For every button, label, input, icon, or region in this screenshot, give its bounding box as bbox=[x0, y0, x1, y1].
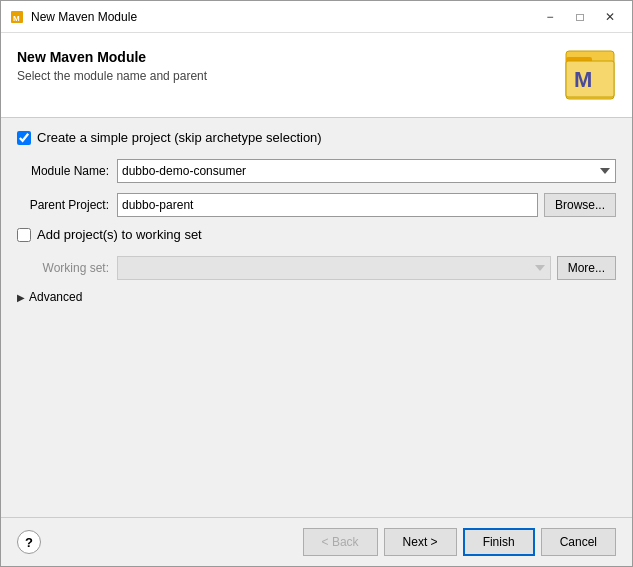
svg-text:M: M bbox=[13, 14, 20, 23]
working-set-row: Add project(s) to working set bbox=[17, 227, 616, 242]
page-title: New Maven Module bbox=[17, 49, 554, 65]
form-section: Create a simple project (skip archetype … bbox=[1, 118, 632, 517]
next-button[interactable]: Next > bbox=[384, 528, 457, 556]
module-name-label: Module Name: bbox=[17, 164, 117, 178]
simple-project-row: Create a simple project (skip archetype … bbox=[17, 130, 616, 145]
maximize-button[interactable]: □ bbox=[566, 6, 594, 28]
page-subtitle: Select the module name and parent bbox=[17, 69, 554, 83]
simple-project-checkbox[interactable] bbox=[17, 131, 31, 145]
window-title: New Maven Module bbox=[31, 10, 536, 24]
parent-project-input[interactable] bbox=[117, 193, 538, 217]
maven-logo-icon: M bbox=[564, 49, 616, 101]
window-controls: − □ ✕ bbox=[536, 6, 624, 28]
advanced-arrow-icon: ▶ bbox=[17, 292, 25, 303]
close-button[interactable]: ✕ bbox=[596, 6, 624, 28]
working-set-select[interactable] bbox=[117, 256, 551, 280]
working-set-label: Working set: bbox=[17, 261, 117, 275]
add-working-set-checkbox[interactable] bbox=[17, 228, 31, 242]
module-name-input-wrap: dubbo-demo-consumer bbox=[117, 159, 616, 183]
window: M New Maven Module − □ ✕ New Maven Modul… bbox=[0, 0, 633, 567]
maven-icon: M bbox=[9, 9, 25, 25]
parent-project-label: Parent Project: bbox=[17, 198, 117, 212]
simple-project-label[interactable]: Create a simple project (skip archetype … bbox=[37, 130, 322, 145]
working-set-select-row: Working set: More... bbox=[17, 256, 616, 280]
parent-project-input-wrap: Browse... bbox=[117, 193, 616, 217]
minimize-button[interactable]: − bbox=[536, 6, 564, 28]
footer: ? < Back Next > Finish Cancel bbox=[1, 517, 632, 566]
title-bar: M New Maven Module − □ ✕ bbox=[1, 1, 632, 33]
advanced-row[interactable]: ▶ Advanced bbox=[17, 290, 616, 304]
footer-buttons: < Back Next > Finish Cancel bbox=[303, 528, 616, 556]
browse-button[interactable]: Browse... bbox=[544, 193, 616, 217]
module-name-select[interactable]: dubbo-demo-consumer bbox=[117, 159, 616, 183]
cancel-button[interactable]: Cancel bbox=[541, 528, 616, 556]
help-button[interactable]: ? bbox=[17, 530, 41, 554]
svg-text:M: M bbox=[574, 67, 592, 92]
module-name-row: Module Name: dubbo-demo-consumer bbox=[17, 159, 616, 183]
more-button[interactable]: More... bbox=[557, 256, 616, 280]
content: New Maven Module Select the module name … bbox=[1, 33, 632, 566]
back-button[interactable]: < Back bbox=[303, 528, 378, 556]
finish-button[interactable]: Finish bbox=[463, 528, 535, 556]
working-set-select-wrap: More... bbox=[117, 256, 616, 280]
header-text: New Maven Module Select the module name … bbox=[17, 49, 554, 83]
advanced-label: Advanced bbox=[29, 290, 82, 304]
add-working-set-label[interactable]: Add project(s) to working set bbox=[37, 227, 202, 242]
parent-project-row: Parent Project: Browse... bbox=[17, 193, 616, 217]
header-section: New Maven Module Select the module name … bbox=[1, 33, 632, 118]
